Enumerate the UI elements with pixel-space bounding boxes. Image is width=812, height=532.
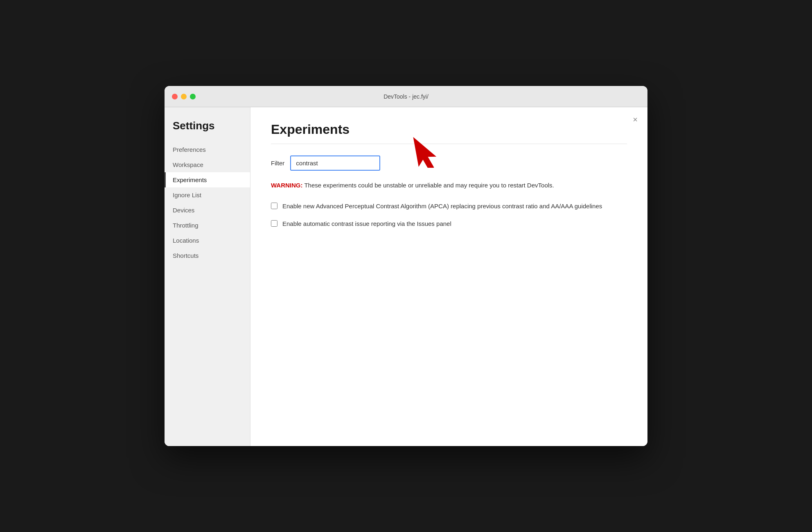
window-title: DevTools - jec.fyi/ xyxy=(383,93,429,100)
main-content: × Experiments Filter WARNING: These expe… xyxy=(250,107,647,446)
title-divider xyxy=(271,144,627,144)
auto-contrast-checkbox[interactable] xyxy=(271,220,277,227)
warning-label: WARNING: xyxy=(271,182,303,189)
sidebar-item-workspace[interactable]: Workspace xyxy=(165,157,250,172)
apca-checkbox[interactable] xyxy=(271,203,277,209)
sidebar-nav: Preferences Workspace Experiments Ignore… xyxy=(165,142,250,263)
filter-input[interactable] xyxy=(290,156,380,171)
panel-close-button[interactable]: × xyxy=(633,115,638,124)
sidebar-item-locations[interactable]: Locations xyxy=(165,233,250,248)
sidebar-heading: Settings xyxy=(165,119,250,142)
svg-marker-0 xyxy=(404,132,440,168)
filter-row: Filter xyxy=(271,156,627,171)
minimize-button[interactable] xyxy=(181,94,187,99)
sidebar: Settings Preferences Workspace Experimen… xyxy=(165,107,250,446)
close-button[interactable] xyxy=(172,94,178,99)
sidebar-item-preferences[interactable]: Preferences xyxy=(165,142,250,157)
filter-label: Filter xyxy=(271,160,284,167)
sidebar-item-experiments[interactable]: Experiments xyxy=(165,172,250,187)
auto-contrast-checkbox-label: Enable automatic contrast issue reportin… xyxy=(282,219,451,229)
window-body: Settings Preferences Workspace Experimen… xyxy=(165,107,647,446)
checkbox-apca-row: Enable new Advanced Perceptual Contrast … xyxy=(271,202,627,211)
sidebar-item-shortcuts[interactable]: Shortcuts xyxy=(165,248,250,263)
page-title: Experiments xyxy=(271,122,627,137)
titlebar: DevTools - jec.fyi/ xyxy=(165,86,647,107)
apca-checkbox-label: Enable new Advanced Perceptual Contrast … xyxy=(282,202,602,211)
devtools-window: DevTools - jec.fyi/ Settings Preferences… xyxy=(165,86,647,446)
sidebar-item-devices[interactable]: Devices xyxy=(165,203,250,218)
checkbox-auto-contrast-row: Enable automatic contrast issue reportin… xyxy=(271,219,627,229)
maximize-button[interactable] xyxy=(190,94,196,99)
red-arrow-indicator xyxy=(398,131,443,168)
warning-text: WARNING: These experiments could be unst… xyxy=(271,180,590,190)
sidebar-item-throttling[interactable]: Throttling xyxy=(165,218,250,233)
window-controls xyxy=(172,94,196,99)
sidebar-item-ignore-list[interactable]: Ignore List xyxy=(165,187,250,203)
